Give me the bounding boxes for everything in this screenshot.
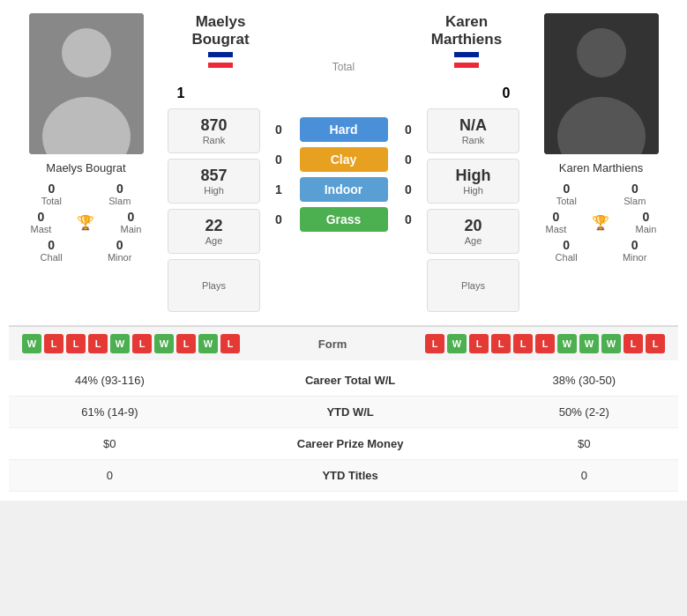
right-mast-stat: 0 Mast (546, 210, 567, 234)
stat-left-val: 0 (9, 460, 211, 492)
hard-button[interactable]: Hard (300, 117, 388, 142)
right-player-header: Karen Marthiens (414, 13, 519, 68)
right-info-blocks: N/A Rank High High 20 Age Plays (427, 108, 519, 312)
indoor-button[interactable]: Indoor (300, 177, 388, 202)
right-trophy-icon: 🏆 (592, 214, 609, 231)
right-main-stat: 0 Main (636, 210, 657, 234)
main-container: Maelys Bougrat 0 Total 0 Slam 0 Mast (0, 0, 687, 501)
form-label: Form (318, 338, 347, 351)
surface-buttons: 0 Hard 0 0 Clay 0 1 Indo (265, 108, 422, 312)
left-total-stat: 0 Total (41, 182, 62, 206)
left-rank-card: 870 Rank (168, 108, 260, 153)
right-flag (454, 52, 479, 68)
grass-row: 0 Grass 0 (265, 207, 422, 232)
surface-rows: 0 Hard 0 0 Clay 0 1 Indo (265, 117, 422, 232)
career-stats-table: 44% (93-116) Career Total W/L 38% (30-50… (9, 365, 678, 492)
left-flag (208, 52, 233, 68)
right-header-name: Karen Marthiens (414, 13, 519, 48)
left-chall-stat: 0 Chall (41, 238, 63, 263)
svg-point-1 (62, 28, 111, 78)
right-player-col: Karen Marthiens 0 Total 0 Slam 0 Mast (524, 9, 678, 316)
left-player-col: Maelys Bougrat 0 Total 0 Slam 0 Mast (9, 9, 163, 316)
form-badge-left: W (198, 334, 218, 353)
grass-button[interactable]: Grass (300, 207, 388, 232)
right-chall-stat: 0 Chall (556, 238, 578, 263)
stat-left-val: $0 (9, 428, 211, 460)
right-age-card: 20 Age (427, 209, 519, 254)
form-badge-left: W (22, 334, 41, 353)
left-main-stat: 0 Main (121, 210, 142, 234)
right-player-name: Karen Marthiens (533, 161, 669, 174)
right-player-stats: 0 Total 0 Slam 0 Mast 🏆 0 (533, 182, 669, 263)
form-badge-left: W (154, 334, 174, 353)
center-col: Maelys Bougrat Total Karen Marthiens 1 0 (163, 9, 524, 316)
form-badge-left: L (66, 334, 86, 353)
form-badge-left: W (110, 334, 130, 353)
stat-right-val: $0 (489, 428, 678, 460)
form-badge-left: L (176, 334, 196, 353)
right-high-card: High High (427, 159, 519, 204)
middle-section: 870 Rank 857 High 22 Age Plays (168, 108, 519, 312)
right-avatar (544, 13, 659, 154)
right-stats-row-3: 0 Chall 0 Minor (533, 238, 669, 263)
career-stat-row: 61% (14-9) YTD W/L 50% (2-2) (9, 397, 678, 428)
form-badge-left: L (220, 334, 240, 353)
right-minor-stat: 0 Minor (623, 238, 647, 263)
total-label: Total (273, 61, 414, 77)
stat-name-label: YTD W/L (211, 397, 490, 428)
form-badge-right: L (624, 334, 643, 353)
left-player-stats: 0 Total 0 Slam 0 Mast 🏆 0 (18, 182, 154, 263)
stat-right-val: 50% (2-2) (489, 397, 678, 428)
left-mast-stat: 0 Mast (31, 210, 52, 234)
total-row: 1 0 (168, 85, 519, 101)
form-badge-right: L (535, 334, 555, 353)
left-stats-row-3: 0 Chall 0 Minor (18, 238, 154, 263)
form-badge-right: L (513, 334, 533, 353)
form-badge-left: L (44, 334, 63, 353)
left-stats-row-1: 0 Total 0 Slam (18, 182, 154, 206)
form-badge-right: L (425, 334, 444, 353)
right-rank-card: N/A Rank (427, 108, 519, 153)
stat-left-val: 61% (14-9) (9, 397, 211, 428)
form-badge-right: L (491, 334, 511, 353)
left-header-name: Maelys Bougrat (168, 13, 273, 48)
clay-row: 0 Clay 0 (265, 147, 422, 172)
left-high-card: 857 High (168, 159, 260, 204)
right-stats-row-1: 0 Total 0 Slam (533, 182, 669, 206)
player-comparison: Maelys Bougrat 0 Total 0 Slam 0 Mast (9, 9, 678, 316)
left-slam-stat: 0 Slam (108, 182, 131, 206)
stat-name-label: YTD Titles (211, 460, 490, 492)
left-avatar-svg (29, 13, 144, 154)
left-age-card: 22 Age (168, 209, 260, 254)
form-section: WLLLWLWLWL Form LWLLLLWWWLL (9, 325, 678, 360)
form-badge-right: W (601, 334, 621, 353)
clay-button[interactable]: Clay (300, 147, 388, 172)
form-badge-right: L (646, 334, 665, 353)
total-right-score: 0 (493, 85, 519, 101)
career-stat-row: $0 Career Prize Money $0 (9, 428, 678, 460)
left-avatar (29, 13, 144, 154)
left-form-badges: WLLLWLWLWL (22, 334, 240, 353)
form-badge-left: L (88, 334, 108, 353)
stat-left-val: 44% (93-116) (9, 365, 211, 397)
form-badge-right: W (557, 334, 577, 353)
total-left-score: 1 (168, 85, 194, 101)
left-info-blocks: 870 Rank 857 High 22 Age Plays (168, 108, 260, 312)
left-player-header: Maelys Bougrat (168, 13, 273, 68)
left-minor-stat: 0 Minor (108, 238, 132, 263)
left-plays-card: Plays (168, 259, 260, 312)
career-stat-row: 0 YTD Titles 0 (9, 460, 678, 492)
form-badge-right: L (469, 334, 489, 353)
indoor-row: 1 Indoor 0 (265, 177, 422, 202)
stat-right-val: 38% (30-50) (489, 365, 678, 397)
right-plays-card: Plays (427, 259, 519, 312)
left-stats-row-2: 0 Mast 🏆 0 Main (18, 210, 154, 234)
form-badge-right: W (579, 334, 599, 353)
stat-name-label: Career Total W/L (211, 365, 490, 397)
stat-right-val: 0 (489, 460, 678, 492)
hard-row: 0 Hard 0 (265, 117, 422, 142)
right-form-badges: LWLLLLWWWLL (425, 334, 665, 353)
career-stat-row: 44% (93-116) Career Total W/L 38% (30-50… (9, 365, 678, 397)
form-badge-left: L (132, 334, 152, 353)
right-stats-row-2: 0 Mast 🏆 0 Main (533, 210, 669, 234)
